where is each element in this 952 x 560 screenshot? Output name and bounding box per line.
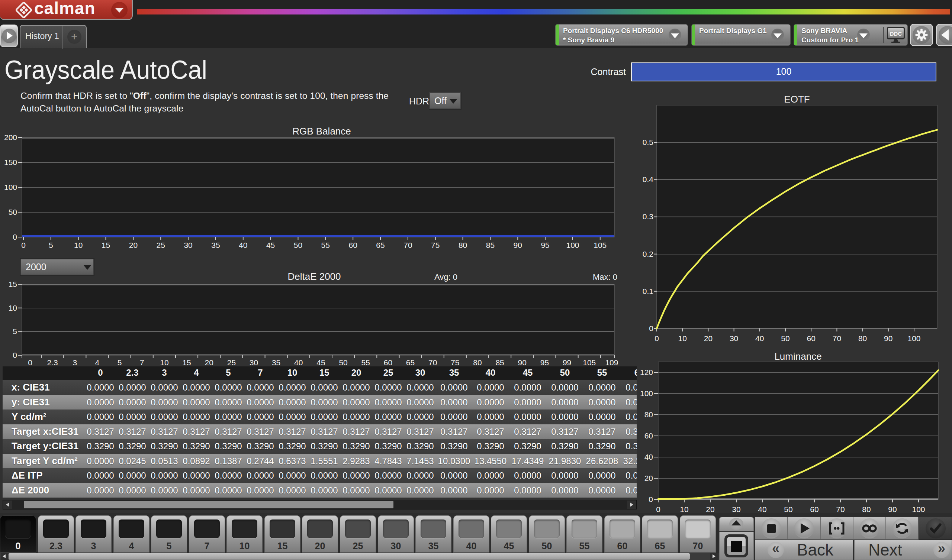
svg-text:20: 20 bbox=[205, 358, 213, 367]
svg-text:0: 0 bbox=[649, 324, 654, 333]
svg-text:10: 10 bbox=[9, 304, 17, 312]
svg-text:30: 30 bbox=[732, 505, 740, 514]
svg-text:0: 0 bbox=[21, 241, 26, 249]
svg-text:60: 60 bbox=[349, 241, 357, 249]
svg-text:105: 105 bbox=[593, 241, 607, 249]
svg-text:80: 80 bbox=[858, 334, 867, 342]
svg-text:75: 75 bbox=[451, 358, 459, 367]
svg-text:50: 50 bbox=[339, 358, 347, 367]
svg-text:70: 70 bbox=[428, 358, 437, 367]
svg-text:RGB Balance: RGB Balance bbox=[292, 126, 351, 137]
svg-text:3: 3 bbox=[73, 358, 77, 367]
svg-text:2.3: 2.3 bbox=[47, 358, 58, 367]
svg-text:120: 120 bbox=[640, 368, 653, 376]
svg-text:5: 5 bbox=[117, 358, 122, 367]
svg-text:0.3: 0.3 bbox=[643, 212, 654, 221]
svg-text:15: 15 bbox=[9, 280, 17, 288]
svg-text:90: 90 bbox=[884, 334, 892, 342]
svg-text:90: 90 bbox=[513, 241, 522, 249]
svg-text:50: 50 bbox=[784, 505, 793, 514]
svg-text:85: 85 bbox=[495, 358, 504, 367]
svg-text:60: 60 bbox=[384, 358, 393, 367]
svg-text:60: 60 bbox=[810, 505, 819, 514]
svg-text:60: 60 bbox=[807, 334, 816, 342]
svg-text:5: 5 bbox=[49, 241, 53, 249]
svg-text:0.4: 0.4 bbox=[643, 175, 654, 184]
svg-text:0: 0 bbox=[28, 358, 32, 367]
svg-text:90: 90 bbox=[888, 505, 896, 514]
svg-text:Avg: 0: Avg: 0 bbox=[434, 272, 457, 282]
svg-text:80: 80 bbox=[459, 241, 467, 249]
svg-text:7: 7 bbox=[140, 358, 144, 367]
svg-text:0: 0 bbox=[656, 505, 660, 514]
svg-text:65: 65 bbox=[406, 358, 415, 367]
svg-text:55: 55 bbox=[321, 241, 330, 249]
svg-text:65: 65 bbox=[376, 241, 385, 249]
svg-text:50: 50 bbox=[294, 241, 302, 249]
svg-text:100: 100 bbox=[912, 505, 925, 514]
svg-text:10: 10 bbox=[160, 358, 168, 367]
svg-text:99: 99 bbox=[563, 358, 571, 367]
svg-text:25: 25 bbox=[227, 358, 236, 367]
svg-text:0: 0 bbox=[649, 495, 653, 503]
svg-text:35: 35 bbox=[211, 241, 220, 249]
svg-text:0.2: 0.2 bbox=[643, 250, 654, 258]
svg-text:200: 200 bbox=[4, 133, 17, 142]
svg-text:45: 45 bbox=[317, 358, 325, 367]
svg-text:50: 50 bbox=[781, 334, 790, 342]
svg-text:20: 20 bbox=[706, 505, 714, 514]
svg-text:0: 0 bbox=[654, 334, 659, 342]
svg-text:40: 40 bbox=[294, 358, 303, 367]
svg-text:30: 30 bbox=[250, 358, 258, 367]
svg-text:0: 0 bbox=[12, 351, 17, 359]
svg-text:30: 30 bbox=[184, 241, 192, 249]
svg-text:90: 90 bbox=[518, 358, 527, 367]
svg-text:40: 40 bbox=[644, 453, 653, 461]
svg-text:40: 40 bbox=[758, 505, 767, 514]
svg-text:60: 60 bbox=[644, 432, 653, 440]
svg-text:40: 40 bbox=[755, 334, 764, 342]
svg-text:80: 80 bbox=[644, 410, 653, 419]
svg-text:150: 150 bbox=[4, 158, 17, 167]
svg-text:55: 55 bbox=[362, 358, 370, 367]
svg-text:100: 100 bbox=[566, 241, 579, 249]
svg-text:70: 70 bbox=[833, 334, 841, 342]
svg-text:75: 75 bbox=[431, 241, 440, 249]
svg-text:80: 80 bbox=[862, 505, 870, 514]
svg-text:15: 15 bbox=[182, 358, 191, 367]
svg-text:0.1: 0.1 bbox=[643, 287, 654, 295]
svg-text:70: 70 bbox=[836, 505, 845, 514]
svg-text:10: 10 bbox=[74, 241, 83, 249]
svg-text:20: 20 bbox=[644, 474, 653, 482]
svg-text:EOTF: EOTF bbox=[784, 94, 810, 105]
svg-text:10: 10 bbox=[678, 334, 687, 342]
svg-text:10: 10 bbox=[680, 505, 688, 514]
svg-text:DDC: DDC bbox=[890, 31, 902, 37]
svg-text:0: 0 bbox=[12, 233, 17, 241]
svg-text:105: 105 bbox=[583, 358, 596, 367]
svg-text:109: 109 bbox=[605, 358, 618, 367]
svg-text:45: 45 bbox=[266, 241, 275, 249]
svg-text:20: 20 bbox=[129, 241, 138, 249]
svg-text:70: 70 bbox=[403, 241, 412, 249]
svg-text:100: 100 bbox=[907, 334, 920, 342]
svg-text:Max: 0: Max: 0 bbox=[593, 272, 617, 282]
svg-text:100: 100 bbox=[640, 389, 653, 398]
svg-text:40: 40 bbox=[239, 241, 247, 249]
svg-text:30: 30 bbox=[729, 334, 738, 342]
svg-text:15: 15 bbox=[102, 241, 110, 249]
svg-text:20: 20 bbox=[704, 334, 712, 342]
svg-text:80: 80 bbox=[473, 358, 482, 367]
svg-text:25: 25 bbox=[156, 241, 165, 249]
svg-text:4: 4 bbox=[95, 358, 100, 367]
svg-text:0.5: 0.5 bbox=[643, 138, 654, 147]
svg-text:5: 5 bbox=[12, 327, 17, 336]
svg-text:95: 95 bbox=[541, 241, 549, 249]
svg-text:50: 50 bbox=[9, 208, 17, 216]
svg-text:35: 35 bbox=[272, 358, 280, 367]
svg-text:85: 85 bbox=[486, 241, 495, 249]
svg-text:95: 95 bbox=[540, 358, 549, 367]
svg-text:Luminance: Luminance bbox=[774, 351, 821, 362]
svg-text:DeltaE 2000: DeltaE 2000 bbox=[287, 271, 341, 282]
svg-text:100: 100 bbox=[4, 183, 17, 191]
